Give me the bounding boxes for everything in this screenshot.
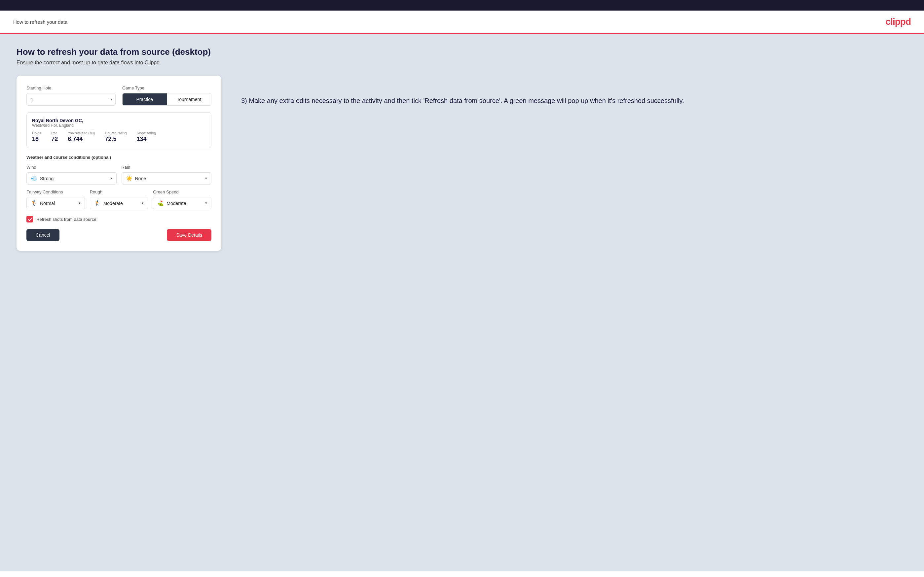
- fairway-value: Normal: [40, 201, 76, 206]
- slope-rating-stat: Slope rating 134: [137, 131, 156, 143]
- side-text: 3) Make any extra edits necessary to the…: [241, 76, 908, 106]
- wind-label: Wind: [26, 165, 116, 170]
- fairway-col: Fairway Conditions 🏌️ Normal ▾: [26, 190, 85, 209]
- wind-select[interactable]: 💨 Strong ▾: [26, 172, 116, 185]
- refresh-checkbox-row: Refresh shots from data source: [26, 216, 212, 222]
- header-title: How to refresh your data: [13, 19, 68, 25]
- side-text-content: 3) Make any extra edits necessary to the…: [241, 95, 908, 106]
- rough-arrow-icon: ▾: [142, 201, 144, 205]
- rough-label: Rough: [90, 190, 148, 194]
- cancel-button[interactable]: Cancel: [26, 229, 60, 241]
- starting-hole-wrapper: 1 ▾: [26, 93, 116, 106]
- rain-arrow-icon: ▾: [205, 176, 207, 181]
- rough-col: Rough 🏌️ Moderate ▾: [90, 190, 148, 209]
- green-speed-select[interactable]: ⛳ Moderate ▾: [153, 197, 212, 209]
- holes-stat: Holes 18: [32, 131, 41, 143]
- page-title: How to refresh your data from source (de…: [16, 47, 908, 57]
- wind-arrow-icon: ▾: [110, 176, 112, 181]
- rough-select[interactable]: 🏌️ Moderate ▾: [90, 197, 148, 209]
- rain-select[interactable]: ☀️ None ▾: [121, 172, 212, 185]
- course-rating-label: Course rating: [105, 131, 126, 135]
- starting-hole-select[interactable]: 1: [26, 93, 116, 106]
- slope-rating-label: Slope rating: [137, 131, 156, 135]
- wind-icon: 💨: [31, 175, 37, 182]
- game-type-buttons: Practice Tournament: [122, 93, 212, 106]
- course-stats: Holes 18 Par 72 Yards/White (M)) 6,744 C…: [32, 131, 206, 143]
- weather-section-title: Weather and course conditions (optional): [26, 155, 212, 160]
- game-type-col: Game Type Practice Tournament: [122, 85, 212, 106]
- rough-icon: 🏌️: [94, 200, 101, 206]
- par-value: 72: [51, 136, 58, 143]
- green-speed-col: Green Speed ⛳ Moderate ▾: [153, 190, 212, 209]
- refresh-checkbox-label: Refresh shots from data source: [36, 217, 96, 222]
- rain-label: Rain: [121, 165, 212, 170]
- yards-value: 6,744: [68, 136, 95, 143]
- form-top-row: Starting Hole 1 ▾ Game Type Practice Tou…: [26, 85, 212, 106]
- footer: Copyright Clippd 2022: [0, 571, 924, 577]
- rain-icon: ☀️: [126, 175, 132, 182]
- starting-hole-col: Starting Hole 1 ▾: [26, 85, 116, 106]
- par-label: Par: [51, 131, 58, 135]
- course-rating-stat: Course rating 72.5: [105, 131, 126, 143]
- page-subtitle: Ensure the correct and most up to date d…: [16, 60, 908, 66]
- conditions-grid: Fairway Conditions 🏌️ Normal ▾ Rough 🏌️ …: [26, 190, 212, 209]
- fairway-select[interactable]: 🏌️ Normal ▾: [26, 197, 85, 209]
- wind-value: Strong: [40, 176, 108, 181]
- top-bar: [0, 0, 924, 11]
- save-button[interactable]: Save Details: [167, 229, 212, 241]
- button-row: Cancel Save Details: [26, 229, 212, 241]
- practice-button[interactable]: Practice: [123, 93, 167, 105]
- tournament-button[interactable]: Tournament: [167, 93, 212, 105]
- weather-grid: Wind 💨 Strong ▾ Rain ☀️ None ▾: [26, 165, 212, 185]
- course-info-box: Royal North Devon GC, Westward Ho!, Engl…: [26, 112, 212, 148]
- game-type-label: Game Type: [122, 85, 212, 90]
- main-content: How to refresh your data from source (de…: [0, 34, 924, 571]
- starting-hole-label: Starting Hole: [26, 85, 116, 90]
- course-name: Royal North Devon GC,: [32, 118, 206, 123]
- green-speed-icon: ⛳: [157, 200, 164, 206]
- yards-stat: Yards/White (M)) 6,744: [68, 131, 95, 143]
- wind-col: Wind 💨 Strong ▾: [26, 165, 116, 185]
- fairway-icon: 🏌️: [31, 200, 37, 206]
- content-layout: Starting Hole 1 ▾ Game Type Practice Tou…: [16, 76, 908, 251]
- course-location: Westward Ho!, England: [32, 123, 206, 128]
- green-speed-arrow-icon: ▾: [205, 201, 207, 205]
- par-stat: Par 72: [51, 131, 58, 143]
- rain-col: Rain ☀️ None ▾: [121, 165, 212, 185]
- form-card: Starting Hole 1 ▾ Game Type Practice Tou…: [16, 76, 221, 251]
- yards-label: Yards/White (M)): [68, 131, 95, 135]
- rough-value: Moderate: [103, 201, 139, 206]
- course-rating-value: 72.5: [105, 136, 126, 143]
- green-speed-value: Moderate: [166, 201, 202, 206]
- refresh-checkbox[interactable]: [26, 216, 33, 222]
- holes-value: 18: [32, 136, 41, 143]
- header: How to refresh your data clippd: [0, 11, 924, 34]
- slope-rating-value: 134: [137, 136, 156, 143]
- holes-label: Holes: [32, 131, 41, 135]
- logo: clippd: [886, 16, 911, 27]
- green-speed-label: Green Speed: [153, 190, 212, 194]
- fairway-label: Fairway Conditions: [26, 190, 85, 194]
- fairway-arrow-icon: ▾: [79, 201, 81, 205]
- rain-value: None: [135, 176, 203, 181]
